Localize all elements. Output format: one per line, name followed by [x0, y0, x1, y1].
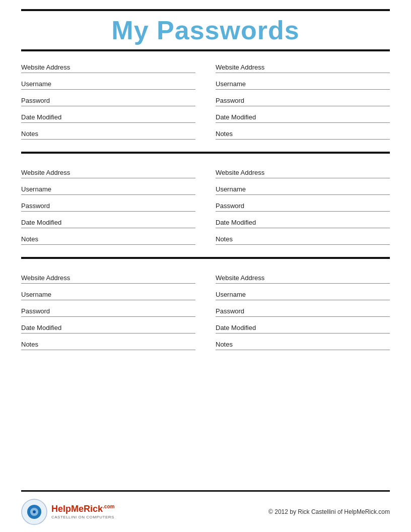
section-1-columns: Website Address Username Password Date M…	[21, 56, 390, 140]
date-label-4: Date Modified	[216, 212, 390, 228]
field-username-1: Username	[21, 73, 195, 90]
field-username-2: Username	[216, 73, 390, 90]
divider-2	[21, 257, 390, 259]
field-username-6: Username	[216, 284, 390, 300]
website-label-5: Website Address	[21, 267, 195, 283]
password-label-6: Password	[216, 300, 390, 316]
field-website-4: Website Address	[216, 162, 390, 178]
field-notes-2: Notes	[216, 123, 390, 140]
section-1: Website Address Username Password Date M…	[21, 56, 390, 140]
divider-1	[21, 152, 390, 154]
notes-line-1	[21, 139, 195, 140]
field-website-1: Website Address	[21, 56, 195, 73]
section-3-col-right: Website Address Username Password Date M…	[216, 267, 390, 350]
field-notes-1: Notes	[21, 123, 195, 140]
title-area: My Passwords	[0, 11, 411, 47]
field-password-4: Password	[216, 195, 390, 212]
field-password-6: Password	[216, 300, 390, 317]
section-2: Website Address Username Password Date M…	[21, 162, 390, 245]
page-title: My Passwords	[0, 15, 411, 45]
username-label-5: Username	[21, 284, 195, 300]
password-label-5: Password	[21, 300, 195, 316]
field-username-3: Username	[21, 178, 195, 195]
field-website-2: Website Address	[216, 56, 390, 73]
field-website-5: Website Address	[21, 267, 195, 284]
field-notes-6: Notes	[216, 334, 390, 350]
section-1-col-left: Website Address Username Password Date M…	[21, 56, 195, 140]
notes-line-3	[21, 244, 195, 245]
password-label-1: Password	[21, 90, 195, 106]
password-label-2: Password	[216, 90, 390, 106]
field-password-5: Password	[21, 300, 195, 317]
section-2-col-right: Website Address Username Password Date M…	[216, 162, 390, 245]
field-notes-5: Notes	[21, 334, 195, 350]
password-label-4: Password	[216, 195, 390, 211]
logo-text: HelpMeRick.com Castellini on Computers	[51, 504, 114, 519]
logo-com-text: .com	[103, 504, 114, 509]
website-label-2: Website Address	[216, 56, 390, 73]
date-label-6: Date Modified	[216, 317, 390, 333]
date-label-5: Date Modified	[21, 317, 195, 333]
field-date-3: Date Modified	[21, 212, 195, 228]
password-label-3: Password	[21, 195, 195, 211]
field-notes-3: Notes	[21, 228, 195, 245]
website-label-3: Website Address	[21, 162, 195, 178]
field-username-4: Username	[216, 178, 390, 195]
field-date-2: Date Modified	[216, 106, 390, 123]
section-2-col-left: Website Address Username Password Date M…	[21, 162, 195, 245]
notes-label-6: Notes	[216, 334, 390, 350]
notes-line-6	[216, 350, 390, 350]
username-label-2: Username	[216, 73, 390, 89]
field-date-1: Date Modified	[21, 106, 195, 123]
field-date-6: Date Modified	[216, 317, 390, 334]
username-label-3: Username	[21, 178, 195, 194]
field-username-5: Username	[21, 284, 195, 300]
section-1-col-right: Website Address Username Password Date M…	[216, 56, 390, 140]
notes-line-4	[216, 244, 390, 245]
date-label-1: Date Modified	[21, 106, 195, 122]
field-website-6: Website Address	[216, 267, 390, 284]
section-3-columns: Website Address Username Password Date M…	[21, 267, 390, 350]
website-label-4: Website Address	[216, 162, 390, 178]
notes-label-3: Notes	[21, 228, 195, 244]
notes-line-2	[216, 139, 390, 140]
date-label-2: Date Modified	[216, 106, 390, 122]
svg-point-3	[33, 510, 36, 513]
section-3: Website Address Username Password Date M…	[21, 267, 390, 350]
website-label-6: Website Address	[216, 267, 390, 283]
username-label-4: Username	[216, 178, 390, 194]
date-label-3: Date Modified	[21, 212, 195, 228]
username-label-1: Username	[21, 73, 195, 89]
page: My Passwords Website Address Username Pa…	[0, 0, 411, 532]
field-website-3: Website Address	[21, 162, 195, 178]
content-area: Website Address Username Password Date M…	[0, 51, 411, 480]
helpmerick-logo-icon	[21, 499, 47, 525]
notes-label-1: Notes	[21, 123, 195, 139]
section-2-columns: Website Address Username Password Date M…	[21, 162, 390, 245]
field-password-3: Password	[21, 195, 195, 212]
section-3-col-left: Website Address Username Password Date M…	[21, 267, 195, 350]
notes-label-2: Notes	[216, 123, 390, 139]
field-password-1: Password	[21, 90, 195, 106]
website-label-1: Website Address	[21, 56, 195, 73]
logo-main-text: HelpMeRick.com	[51, 504, 114, 515]
notes-line-5	[21, 350, 195, 350]
notes-label-5: Notes	[21, 334, 195, 350]
footer: HelpMeRick.com Castellini on Computers ©…	[21, 490, 390, 532]
footer-logo: HelpMeRick.com Castellini on Computers	[21, 499, 114, 525]
field-password-2: Password	[216, 90, 390, 106]
username-label-6: Username	[216, 284, 390, 300]
field-date-5: Date Modified	[21, 317, 195, 334]
field-notes-4: Notes	[216, 228, 390, 245]
notes-label-4: Notes	[216, 228, 390, 244]
footer-copyright: © 2012 by Rick Castellini of HelpMeRick.…	[268, 508, 390, 515]
field-date-4: Date Modified	[216, 212, 390, 228]
logo-sub-text: Castellini on Computers	[51, 515, 114, 520]
